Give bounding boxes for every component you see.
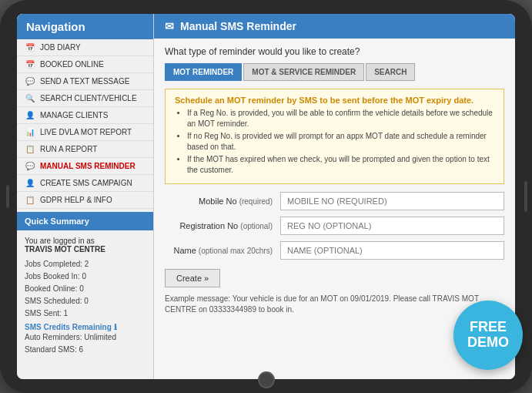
- name-label: Name (optional max 20chrs): [165, 246, 273, 255]
- example-message: Example message: Your vehicle is due for…: [165, 294, 504, 315]
- mobile-input[interactable]: [280, 192, 504, 210]
- sms-campaign-icon: 👤: [25, 179, 35, 187]
- centre-name: TRAVIS MOT CENTRE: [25, 245, 105, 254]
- question-text: What type of reminder would you like to …: [165, 46, 504, 57]
- send-text-icon: 💬: [25, 77, 35, 86]
- main-header-title: Manual SMS Reminder: [180, 20, 296, 32]
- sidebar-item-dvla-report[interactable]: 📊LIVE DVLA MOT REPORT: [17, 124, 153, 141]
- info-bullets: If a Reg No. is provided, you will be ab…: [175, 108, 494, 176]
- main-header: ✉ Manual SMS Reminder: [154, 14, 515, 39]
- summary-stats: Jobs Completed: 2Jobs Booked In: 0Booked…: [25, 258, 146, 320]
- nav-label-manual-sms: MANUAL SMS REMINDER: [40, 162, 136, 170]
- create-button[interactable]: Create »: [165, 269, 220, 287]
- info-bullet: If the MOT has expired when we check, yo…: [187, 154, 494, 176]
- manual-sms-icon: 💬: [25, 162, 35, 170]
- reg-input[interactable]: [280, 217, 504, 235]
- logged-in-label: You are logged in as TRAVIS MOT CENTRE: [25, 237, 146, 254]
- reg-row: Registration No (optional): [165, 217, 504, 235]
- sms-credits-label: SMS Credits Remaining ℹ: [25, 323, 146, 331]
- search-client-icon: 🔍: [25, 94, 35, 102]
- name-input[interactable]: [280, 241, 504, 260]
- run-report-icon: 📋: [25, 145, 35, 153]
- sidebar-item-send-text[interactable]: 💬SEND A TEXT MESSAGE: [17, 73, 153, 90]
- nav-label-run-report: RUN A REPORT: [40, 145, 97, 153]
- free-demo-badge[interactable]: FREE DEMO: [453, 301, 523, 370]
- nav-label-booked-online: BOOKED ONLINE: [40, 60, 104, 69]
- summary-content: You are logged in as TRAVIS MOT CENTRE J…: [17, 230, 153, 379]
- nav-label-gdpr-help: GDPR HELP & INFO: [40, 196, 112, 204]
- nav-label-manage-clients: MANAGE CLIENTS: [40, 111, 108, 119]
- nav-label-search-client: SEARCH CLIENT/VEHICLE: [40, 94, 137, 102]
- sidebar-item-run-report[interactable]: 📋RUN A REPORT: [17, 141, 153, 158]
- stat-jobs-booked-in:: Jobs Booked In: 0: [25, 270, 146, 283]
- nav-label-job-diary: JOB DIARY: [40, 43, 81, 52]
- booked-online-icon: 📅: [25, 60, 35, 69]
- mobile-label: Mobile No (required): [165, 196, 273, 206]
- sidebar-item-sms-campaign[interactable]: 👤CREATE SMS CAMPAIGN: [17, 175, 153, 192]
- info-title: Schedule an MOT reminder by SMS to be se…: [175, 96, 494, 105]
- tab-search[interactable]: SEARCH: [366, 63, 415, 81]
- sidebar-title: Navigation: [17, 14, 153, 39]
- standard-sms: Standard SMS: 6: [25, 344, 146, 356]
- sidebar-item-search-client[interactable]: 🔍SEARCH CLIENT/VEHICLE: [17, 90, 153, 107]
- manage-clients-icon: 👤: [25, 111, 35, 119]
- auto-reminders: Auto Reminders: Unlimited: [25, 331, 146, 344]
- tablet-home-button[interactable]: [258, 371, 275, 388]
- info-bullet: If a Reg No. is provided, you will be ab…: [187, 108, 494, 129]
- sidebar-item-job-diary[interactable]: 📅JOB DIARY: [17, 39, 153, 56]
- mobile-row: Mobile No (required): [165, 192, 504, 210]
- quick-summary-title: Quick Summary: [17, 212, 153, 230]
- tablet-screen: Navigation 📅JOB DIARY📅BOOKED ONLINE💬SEND…: [17, 14, 515, 379]
- sidebar-item-manage-clients[interactable]: 👤MANAGE CLIENTS: [17, 107, 153, 124]
- job-diary-icon: 📅: [25, 43, 35, 52]
- name-row: Name (optional max 20chrs): [165, 241, 504, 260]
- stat-booked-online:: Booked Online: 0: [25, 283, 146, 295]
- nav-label-sms-campaign: CREATE SMS CAMPAIGN: [40, 179, 132, 187]
- gdpr-help-icon: 📋: [25, 196, 35, 204]
- info-bullet: If no Reg No. is provided we will prompt…: [187, 131, 494, 153]
- dvla-report-icon: 📊: [25, 128, 35, 136]
- stat-jobs-completed:: Jobs Completed: 2: [25, 258, 146, 270]
- nav-list: 📅JOB DIARY📅BOOKED ONLINE💬SEND A TEXT MES…: [17, 39, 153, 209]
- free-demo-line2: DEMO: [467, 335, 509, 351]
- sidebar-item-gdpr-help[interactable]: 📋GDPR HELP & INFO: [17, 192, 153, 209]
- free-demo-line1: FREE: [470, 320, 507, 335]
- sms-icon: ✉: [165, 20, 174, 32]
- nav-label-dvla-report: LIVE DVLA MOT REPORT: [40, 128, 132, 136]
- nav-label-send-text: SEND A TEXT MESSAGE: [40, 77, 129, 86]
- sidebar-item-manual-sms[interactable]: 💬MANUAL SMS REMINDER: [17, 158, 153, 175]
- sidebar-item-booked-online[interactable]: 📅BOOKED ONLINE: [17, 56, 153, 73]
- reg-label: Registration No (optional): [165, 221, 273, 230]
- tabs-container: MOT REMINDERMOT & SERVICE REMINDERSEARCH: [165, 63, 504, 81]
- tablet-frame: Navigation 📅JOB DIARY📅BOOKED ONLINE💬SEND…: [0, 0, 532, 393]
- info-box: Schedule an MOT reminder by SMS to be se…: [165, 89, 504, 184]
- tab-mot-service[interactable]: MOT & SERVICE REMINDER: [243, 63, 364, 81]
- tablet-power-button: [524, 181, 527, 212]
- tablet-volume-button: [6, 185, 9, 208]
- sidebar: Navigation 📅JOB DIARY📅BOOKED ONLINE💬SEND…: [17, 14, 154, 379]
- tab-mot-reminder[interactable]: MOT REMINDER: [165, 63, 242, 81]
- stat-sms-sent:: SMS Sent: 1: [25, 307, 146, 320]
- stat-sms-scheduled:: SMS Scheduled: 0: [25, 295, 146, 307]
